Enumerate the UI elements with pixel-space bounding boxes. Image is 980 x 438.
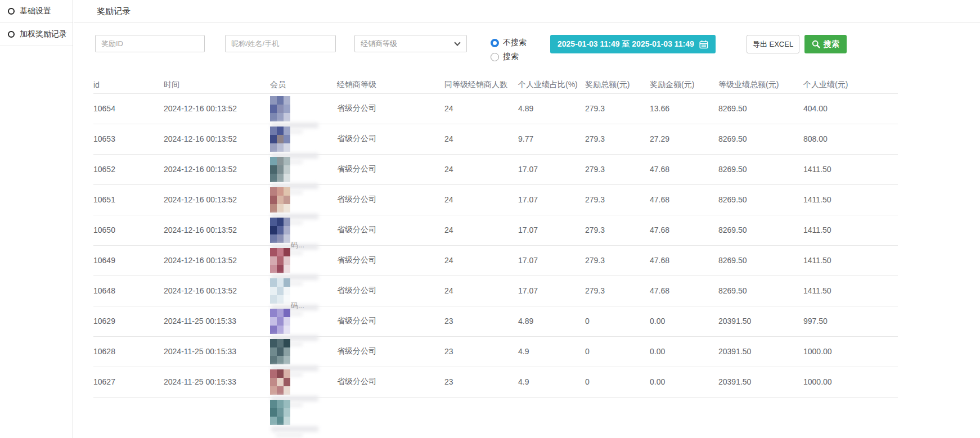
cell-peer-dealer-count: 23: [444, 367, 518, 397]
radio-search[interactable]: 搜索: [491, 51, 527, 62]
cell-reward-amount: 0.00: [650, 306, 718, 336]
cell-personal-performance: 1411.50: [803, 276, 898, 306]
cell-dealer-level: 省级分公司: [337, 124, 444, 154]
cell-personal-ratio: 9.77: [518, 124, 585, 154]
cell-dealer-level: 省级分公司: [337, 276, 444, 306]
cell-reward-amount: 0.00: [650, 367, 718, 397]
cell-peer-dealer-count: 24: [444, 154, 518, 184]
cell-level-performance-total: 8269.50: [718, 276, 803, 306]
search-button[interactable]: 搜索: [804, 35, 847, 53]
member-avatar-blurred: [270, 400, 290, 425]
cell-level-performance-total: 8269.50: [718, 184, 803, 215]
column-header-3: 经销商等级: [337, 76, 444, 93]
table-row: 106502024-12-16 00:13:52码...省级分公司2417.07…: [93, 215, 898, 245]
cell-time: 2024-12-16 00:13:52: [164, 276, 270, 306]
cell-reward-total: 279.3: [585, 124, 650, 154]
dealer-level-select-value: 经销商等级: [361, 39, 397, 49]
cell-time: 2024-11-25 00:15:33: [164, 367, 270, 397]
cell-empty: [718, 397, 803, 438]
cell-time: 2024-12-16 00:13:52: [164, 93, 270, 124]
cell-empty: [803, 397, 898, 438]
column-header-1: 时间: [164, 76, 270, 93]
cell-level-performance-total: 8269.50: [718, 245, 803, 276]
member-cell: [270, 154, 337, 184]
cell-time: 2024-11-25 00:15:33: [164, 306, 270, 336]
cell-reward-amount: 27.29: [650, 124, 718, 154]
date-range-button[interactable]: 2025-01-03 11:49 至 2025-01-03 11:49: [550, 35, 716, 53]
cell-dealer-level: 省级分公司: [337, 215, 444, 245]
cell-peer-dealer-count: 24: [444, 245, 518, 276]
export-excel-button[interactable]: 导出 EXCEL: [747, 35, 799, 53]
cell-level-performance-total: 8269.50: [718, 124, 803, 154]
cell-empty: [518, 397, 585, 438]
cell-reward-amount: 47.68: [650, 215, 718, 245]
sidebar-item-weighted-reward-records[interactable]: 加权奖励记录: [0, 23, 73, 46]
sidebar: 基础设置 加权奖励记录: [0, 0, 73, 438]
dealer-level-select[interactable]: 经销商等级: [354, 35, 467, 52]
cell-peer-dealer-count: 24: [444, 215, 518, 245]
member-avatar-blurred: [270, 187, 290, 213]
cell-empty: [444, 397, 518, 438]
cell-reward-amount: 47.68: [650, 276, 718, 306]
radio-unselected-icon: [491, 53, 499, 61]
cell-id: 10648: [93, 276, 164, 306]
cell-personal-performance: 997.50: [803, 306, 898, 336]
cell-dealer-level: 省级分公司: [337, 93, 444, 124]
table-row: 106482024-12-16 00:13:52码...省级分公司2417.07…: [93, 276, 898, 306]
column-header-4: 同等级经销商人数: [444, 76, 518, 93]
cell-level-performance-total: 20391.50: [718, 367, 803, 397]
member-avatar-blurred: [270, 96, 290, 121]
cell-time: 2024-11-25 00:15:33: [164, 336, 270, 367]
radio-no-search[interactable]: 不搜索: [491, 37, 527, 48]
column-header-7: 奖励金额(元): [650, 76, 718, 93]
cell-id: 10654: [93, 93, 164, 124]
cell-reward-total: 0: [585, 336, 650, 367]
cell-peer-dealer-count: 24: [444, 93, 518, 124]
cell-id: 10649: [93, 245, 164, 276]
member-avatar-blurred: [270, 309, 290, 334]
cell-personal-ratio: 4.89: [518, 306, 585, 336]
column-header-5: 个人业绩占比(%): [518, 76, 585, 93]
sidebar-item-basic-settings[interactable]: 基础设置: [0, 0, 73, 23]
cell-personal-performance: 808.00: [803, 124, 898, 154]
cell-personal-performance: 1411.50: [803, 154, 898, 184]
table-body: 106542024-12-16 00:13:52省级分公司244.89279.3…: [93, 93, 898, 438]
cell-personal-performance: 1000.00: [803, 336, 898, 367]
member-avatar-blurred: [270, 127, 290, 152]
search-button-label: 搜索: [824, 39, 839, 49]
cell-personal-ratio: 17.07: [518, 215, 585, 245]
cell-reward-total: 0: [585, 367, 650, 397]
cell-personal-performance: 1411.50: [803, 184, 898, 215]
sidebar-item-label: 基础设置: [20, 6, 51, 16]
cell-personal-performance: 1411.50: [803, 245, 898, 276]
table-row: 106542024-12-16 00:13:52省级分公司244.89279.3…: [93, 93, 898, 124]
radio-selected-icon: [491, 39, 499, 47]
member-cell: [270, 184, 337, 215]
cell-dealer-level: 省级分公司: [337, 184, 444, 215]
column-header-2: 会员: [270, 76, 337, 93]
cell-personal-ratio: 17.07: [518, 184, 585, 215]
member-avatar-blurred: [270, 218, 290, 243]
page-title: 奖励记录: [97, 6, 131, 17]
column-header-0: id: [93, 76, 164, 93]
member-cell: [270, 124, 337, 154]
table-row: 106492024-12-16 00:13:52省级分公司2417.07279.…: [93, 245, 898, 276]
column-header-9: 个人业绩(元): [803, 76, 898, 93]
member-cell: [270, 336, 337, 367]
member-cell: [270, 367, 337, 397]
radio-circle-icon: [8, 31, 15, 38]
cell-id: 10628: [93, 336, 164, 367]
reward-id-input[interactable]: [95, 35, 205, 52]
cell-time: 2024-12-16 00:13:52: [164, 245, 270, 276]
cell-time: 2024-12-16 00:13:52: [164, 124, 270, 154]
member-avatar-blurred: [270, 248, 290, 273]
table-row: 106512024-12-16 00:13:52省级分公司2417.07279.…: [93, 184, 898, 215]
table-row: 106522024-12-16 00:13:52省级分公司2417.07279.…: [93, 154, 898, 184]
cell-reward-amount: 47.68: [650, 245, 718, 276]
cell-personal-performance: 404.00: [803, 93, 898, 124]
cell-level-performance-total: 8269.50: [718, 93, 803, 124]
cell-id: 10653: [93, 124, 164, 154]
sidebar-item-label: 加权奖励记录: [20, 29, 67, 39]
cell-dealer-level: 省级分公司: [337, 245, 444, 276]
member-name-input[interactable]: [225, 35, 336, 52]
